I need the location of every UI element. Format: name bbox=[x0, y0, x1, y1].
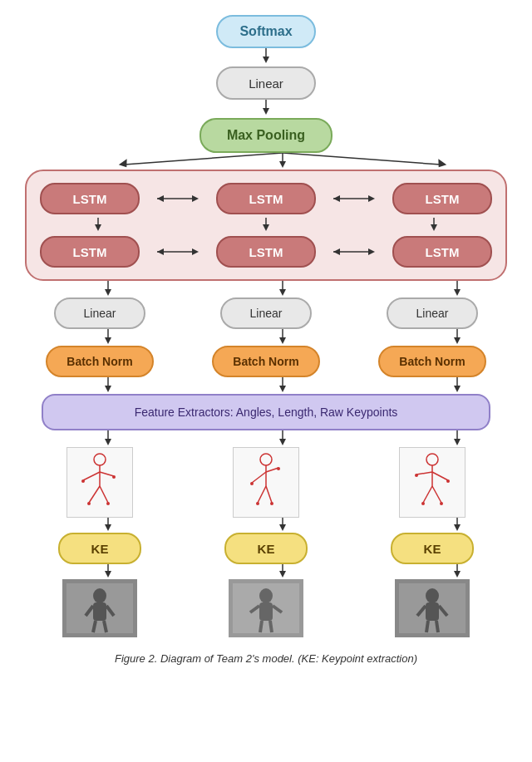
arrow-feature-skeleton bbox=[17, 430, 515, 447]
svg-marker-3 bbox=[263, 108, 269, 115]
svg-point-72 bbox=[426, 454, 438, 465]
lstm-section-wrapper: LSTM LSTM LSTM bbox=[17, 170, 515, 281]
svg-line-59 bbox=[100, 486, 108, 503]
svg-rect-113 bbox=[426, 602, 439, 621]
svg-marker-23 bbox=[192, 248, 199, 255]
svg-point-96 bbox=[93, 588, 106, 603]
skeleton-row bbox=[17, 447, 515, 518]
feature-row: Feature Extractors: Angles, Length, Raw … bbox=[17, 394, 515, 430]
svg-point-81 bbox=[440, 502, 443, 505]
svg-line-75 bbox=[432, 472, 448, 480]
svg-line-109 bbox=[270, 621, 272, 632]
svg-marker-85 bbox=[279, 524, 286, 531]
svg-line-108 bbox=[260, 621, 262, 632]
svg-marker-93 bbox=[454, 571, 461, 578]
svg-point-71 bbox=[270, 502, 273, 505]
svg-marker-11 bbox=[157, 195, 164, 202]
svg-point-70 bbox=[256, 502, 259, 505]
lstm-top-arrows-left bbox=[153, 183, 203, 214]
svg-marker-7 bbox=[279, 161, 286, 168]
svg-marker-87 bbox=[454, 524, 461, 531]
svg-point-52 bbox=[94, 454, 106, 465]
svg-line-117 bbox=[436, 621, 438, 632]
arrow-lstm-linear bbox=[17, 281, 515, 297]
svg-point-112 bbox=[426, 588, 439, 603]
svg-marker-14 bbox=[333, 195, 340, 202]
svg-marker-1 bbox=[263, 57, 269, 63]
svg-point-76 bbox=[415, 474, 418, 477]
skeleton-right bbox=[399, 447, 466, 518]
lstm-bot-arrows-right bbox=[329, 236, 379, 268]
lstm-bot-row: LSTM LSTM LSTM bbox=[40, 236, 492, 268]
video-right bbox=[395, 579, 470, 637]
arrow-ke-video bbox=[17, 564, 515, 579]
arrow-skeleton-ke bbox=[17, 518, 515, 533]
ke-left: KE bbox=[58, 533, 141, 564]
batchnorm-right: Batch Norm bbox=[378, 346, 486, 377]
svg-marker-49 bbox=[279, 439, 286, 445]
svg-marker-51 bbox=[454, 439, 461, 445]
lstm-bot-right: LSTM bbox=[392, 236, 492, 268]
lstm-vertical-arrows bbox=[40, 218, 492, 233]
linear-col-right: Linear bbox=[387, 297, 478, 329]
lstm-bot-left: LSTM bbox=[40, 236, 140, 268]
svg-line-55 bbox=[100, 472, 114, 476]
svg-marker-15 bbox=[368, 195, 375, 202]
svg-point-77 bbox=[446, 479, 450, 483]
svg-point-62 bbox=[260, 454, 272, 465]
svg-marker-24 bbox=[157, 248, 164, 255]
lstm-top-row: LSTM LSTM LSTM bbox=[40, 183, 492, 214]
svg-line-79 bbox=[432, 486, 441, 503]
svg-point-80 bbox=[421, 502, 425, 505]
batchnorm-center: Batch Norm bbox=[212, 346, 320, 377]
svg-line-78 bbox=[423, 486, 432, 503]
svg-marker-12 bbox=[192, 195, 199, 202]
svg-marker-91 bbox=[279, 571, 286, 578]
batchnorm-row: Batch Norm Batch Norm Batch Norm bbox=[17, 346, 515, 377]
svg-marker-41 bbox=[105, 386, 111, 392]
lstm-top-arrows-right bbox=[329, 183, 379, 214]
video-row bbox=[17, 579, 515, 637]
svg-marker-27 bbox=[333, 248, 340, 255]
arrow-linear-batchnorm bbox=[17, 329, 515, 346]
svg-marker-45 bbox=[454, 386, 461, 392]
svg-line-68 bbox=[258, 486, 266, 503]
svg-line-4 bbox=[125, 153, 283, 165]
linear-col-center: Linear bbox=[220, 297, 312, 329]
caption: Figure 2. Diagram of Team 2's model. (KE… bbox=[17, 652, 515, 665]
ke-center: KE bbox=[224, 533, 308, 564]
lstm-bot-center: LSTM bbox=[216, 236, 316, 268]
video-center bbox=[229, 579, 303, 637]
svg-marker-17 bbox=[95, 224, 101, 231]
svg-line-58 bbox=[89, 486, 100, 503]
arrow-linear-maxpool bbox=[17, 100, 515, 118]
lstm-bot-arrows-left bbox=[153, 236, 203, 268]
maxpool-node: Max Pooling bbox=[200, 118, 332, 153]
svg-marker-31 bbox=[279, 289, 286, 296]
svg-line-54 bbox=[83, 472, 100, 480]
svg-point-57 bbox=[112, 475, 116, 479]
svg-marker-19 bbox=[263, 224, 269, 231]
svg-rect-105 bbox=[259, 602, 273, 621]
linear-top-node: Linear bbox=[216, 66, 316, 100]
batchnorm-left: Batch Norm bbox=[46, 346, 154, 377]
svg-line-116 bbox=[426, 621, 428, 632]
linear-col-left: Linear bbox=[54, 297, 145, 329]
ke-row: KE KE KE bbox=[17, 533, 515, 564]
svg-line-69 bbox=[266, 486, 272, 503]
svg-point-56 bbox=[81, 479, 85, 483]
ke-right: KE bbox=[391, 533, 474, 564]
svg-marker-43 bbox=[279, 386, 286, 392]
svg-line-74 bbox=[416, 472, 432, 474]
lstm-top-right: LSTM bbox=[392, 183, 492, 214]
svg-marker-47 bbox=[105, 439, 111, 445]
lstm-section: LSTM LSTM LSTM bbox=[25, 170, 507, 281]
svg-marker-29 bbox=[105, 289, 111, 296]
svg-marker-39 bbox=[454, 337, 461, 344]
video-left bbox=[62, 579, 137, 637]
svg-marker-33 bbox=[454, 289, 461, 296]
lstm-top-left: LSTM bbox=[40, 183, 140, 214]
svg-point-66 bbox=[250, 482, 254, 485]
svg-line-65 bbox=[266, 468, 278, 472]
feature-node: Feature Extractors: Angles, Length, Raw … bbox=[42, 394, 490, 430]
